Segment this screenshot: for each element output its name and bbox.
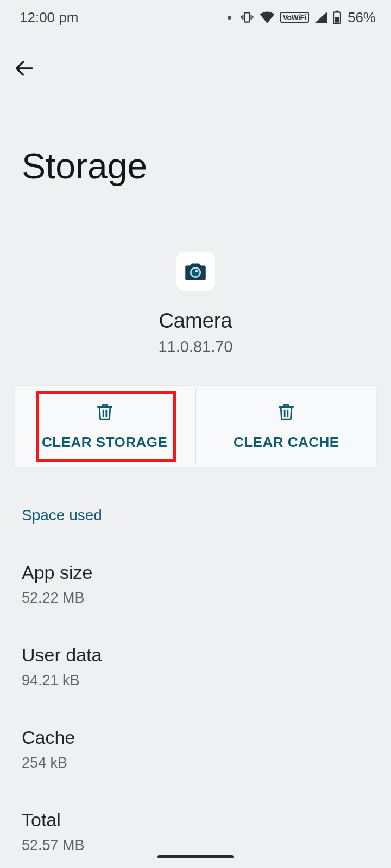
- arrow-left-icon: [13, 58, 35, 79]
- svg-point-9: [191, 267, 200, 277]
- status-icons: VoWiFi 56%: [228, 9, 376, 26]
- row-value: 94.21 kB: [22, 672, 369, 689]
- row-total[interactable]: Total 52.57 MB: [22, 771, 369, 854]
- row-value: 52.57 MB: [22, 837, 369, 854]
- app-version: 11.0.81.70: [158, 338, 232, 356]
- action-row: CLEAR STORAGE CLEAR CACHE: [14, 385, 377, 468]
- row-user-data[interactable]: User data 94.21 kB: [22, 607, 369, 689]
- battery-icon: [333, 10, 341, 24]
- vibrate-icon: [240, 10, 254, 24]
- app-header: Camera 11.0.81.70: [0, 187, 391, 356]
- clear-storage-button[interactable]: CLEAR STORAGE: [14, 385, 195, 468]
- vowifi-icon: VoWiFi: [280, 12, 309, 23]
- app-name: Camera: [159, 309, 232, 333]
- page-title: Storage: [0, 80, 391, 187]
- svg-rect-6: [336, 11, 338, 12]
- row-app-size[interactable]: App size 52.22 MB: [22, 524, 369, 607]
- row-label: Total: [22, 809, 369, 831]
- section-header-space-used: Space used: [0, 468, 391, 524]
- clear-cache-label: CLEAR CACHE: [234, 434, 339, 451]
- status-bar: 12:00 pm VoWiFi 56%: [0, 0, 391, 35]
- camera-icon: [182, 258, 209, 285]
- row-label: Cache: [22, 727, 369, 748]
- svg-rect-0: [244, 12, 249, 22]
- wifi-icon: [260, 11, 275, 23]
- notification-dot-icon: [228, 16, 231, 20]
- app-icon: [176, 252, 215, 291]
- row-label: App size: [22, 562, 369, 583]
- svg-rect-7: [335, 17, 339, 23]
- status-time: 12:00 pm: [20, 9, 78, 26]
- trash-icon: [96, 402, 114, 425]
- back-button[interactable]: [12, 56, 36, 80]
- top-nav: [0, 35, 391, 80]
- nav-handle[interactable]: [157, 855, 234, 858]
- signal-icon: [314, 11, 327, 23]
- clear-storage-label: CLEAR STORAGE: [42, 434, 167, 451]
- battery-percent: 56%: [348, 9, 376, 26]
- clear-cache-button[interactable]: CLEAR CACHE: [196, 385, 377, 468]
- trash-icon: [277, 402, 295, 425]
- row-value: 52.22 MB: [22, 590, 369, 607]
- row-cache[interactable]: Cache 254 kB: [22, 689, 369, 771]
- svg-point-10: [195, 270, 198, 272]
- space-used-list: App size 52.22 MB User data 94.21 kB Cac…: [0, 524, 391, 854]
- highlight-annotation: [36, 391, 176, 462]
- row-value: 254 kB: [22, 755, 369, 771]
- row-label: User data: [22, 644, 369, 666]
